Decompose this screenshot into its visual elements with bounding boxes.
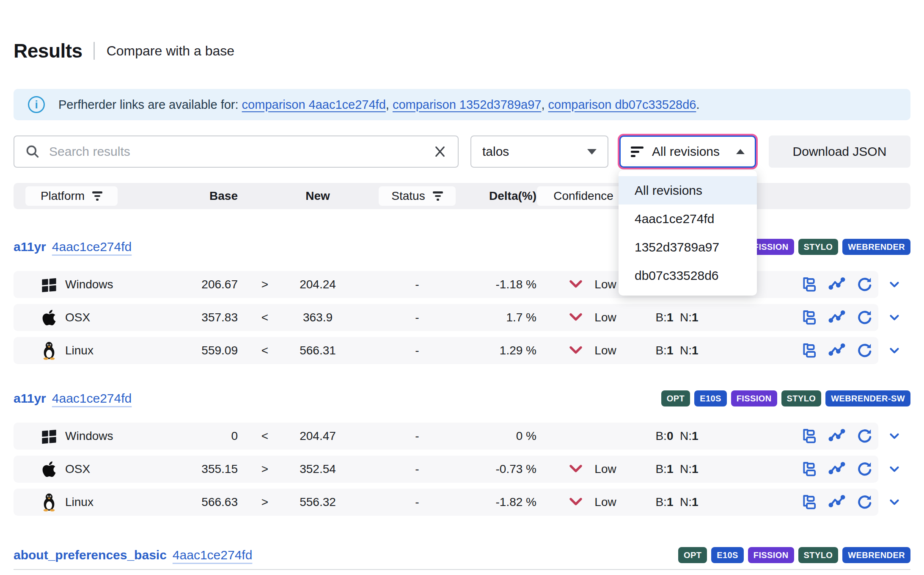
new-value: 204.47 <box>292 429 344 443</box>
expand-row-icon[interactable] <box>878 310 910 325</box>
delta-value: 1.29 % <box>491 344 536 357</box>
graph-icon[interactable] <box>828 494 845 511</box>
status-value: - <box>344 495 491 509</box>
confidence-label: Low <box>594 495 616 509</box>
comparison-sign: > <box>238 278 292 291</box>
download-json-button[interactable]: Download JSON <box>769 135 910 168</box>
subtests-icon[interactable] <box>800 428 817 445</box>
base-value: 206.67 <box>174 278 238 291</box>
filter-icon <box>631 147 644 157</box>
subtests-icon[interactable] <box>800 309 817 326</box>
controls-row: talos All revisions All revisions4aac1ce… <box>14 135 910 168</box>
runs-count: B:1 N:1 <box>648 344 706 357</box>
retrigger-icon[interactable] <box>856 276 873 293</box>
delta-value: -1.82 % <box>491 495 536 509</box>
comparison-link[interactable]: comparison 4aac1ce274fd <box>242 98 386 111</box>
test-tag: WEBRENDER <box>842 239 910 255</box>
comparison-link[interactable]: comparison db07c33528d6 <box>548 98 696 111</box>
search-input[interactable] <box>49 144 433 159</box>
revisions-menu-item[interactable]: db07c33528d6 <box>619 261 757 290</box>
page-header: Results Compare with a base <box>14 39 910 63</box>
test-tag: E10S <box>694 390 727 406</box>
section-title: a11yr 4aac1ce274fd <box>14 240 132 254</box>
perfherder-links-banner: i Perfherder links are available for: co… <box>14 89 910 120</box>
framework-select[interactable]: talos <box>470 135 608 168</box>
retrigger-icon[interactable] <box>856 342 873 359</box>
tag-list: OPTE10SFISSIONSTYLOWEBRENDER-SW <box>661 390 910 406</box>
expand-row-icon[interactable] <box>878 343 910 358</box>
confidence-down-arrow-icon <box>568 463 583 475</box>
test-tag: WEBRENDER-SW <box>825 390 910 406</box>
subtests-icon[interactable] <box>800 342 817 359</box>
section-title: about_preferences_basic 4aac1ce274fd <box>14 548 252 562</box>
platform-filter-button[interactable]: Platform <box>25 186 118 206</box>
base-value: 566.63 <box>174 495 238 509</box>
comparison-sign: < <box>238 429 292 443</box>
clear-search-icon[interactable] <box>433 145 447 158</box>
banner-text: Perfherder links are available for: comp… <box>58 98 699 112</box>
page-subtitle: Compare with a base <box>107 43 234 59</box>
filter-icon <box>92 191 102 201</box>
comparison-sign: < <box>238 311 292 324</box>
confidence-label: Low <box>594 311 616 324</box>
base-value: 357.83 <box>174 311 238 324</box>
test-name-link[interactable]: a11yr <box>14 391 46 406</box>
platform-label: Windows <box>65 429 113 443</box>
comparison-sign: < <box>238 344 292 357</box>
delta-value: 1.7 % <box>491 311 536 324</box>
search-icon <box>25 144 40 159</box>
status-filter-button[interactable]: Status <box>379 186 456 206</box>
subtests-icon[interactable] <box>800 276 817 293</box>
expand-row-icon[interactable] <box>878 462 910 476</box>
chevron-down-icon <box>587 149 597 155</box>
status-column-label: Status <box>391 189 425 203</box>
subtests-icon[interactable] <box>800 494 817 511</box>
test-tag: STYLO <box>798 239 839 255</box>
test-name-link[interactable]: a11yr <box>14 240 46 254</box>
graph-icon[interactable] <box>828 428 845 445</box>
section-title: a11yr 4aac1ce274fd <box>14 391 132 406</box>
test-tag: E10S <box>711 547 744 563</box>
status-value: - <box>344 278 491 291</box>
base-column-label: Base <box>174 189 238 203</box>
result-row: Windows 0 < 204.47 - 0 % B:0 N:1 <box>14 423 910 450</box>
new-value: 352.54 <box>292 462 344 476</box>
expand-row-icon[interactable] <box>878 277 910 292</box>
subtests-icon[interactable] <box>800 461 817 478</box>
revisions-button-label: All revisions <box>652 144 736 159</box>
runs-count: B:0 N:1 <box>648 429 706 443</box>
runs-count: B:1 N:1 <box>648 311 706 324</box>
graph-icon[interactable] <box>828 342 845 359</box>
test-tag: FISSION <box>748 547 794 563</box>
comparison-link[interactable]: comparison 1352d3789a97 <box>393 98 542 111</box>
delta-value: 0 % <box>491 429 536 443</box>
revision-link[interactable]: 4aac1ce274fd <box>173 548 253 562</box>
delta-value: -1.18 % <box>491 278 536 291</box>
retrigger-icon[interactable] <box>856 494 873 511</box>
result-row: Linux 559.09 < 566.31 - 1.29 % Low B:1 N… <box>14 337 910 364</box>
new-value: 363.9 <box>292 311 344 324</box>
revisions-menu-item[interactable]: 1352d3789a97 <box>619 233 757 261</box>
retrigger-icon[interactable] <box>856 461 873 478</box>
test-name-link[interactable]: about_preferences_basic <box>14 548 167 562</box>
platform-label: Windows <box>65 278 113 291</box>
expand-row-icon[interactable] <box>878 429 910 443</box>
revision-link[interactable]: 4aac1ce274fd <box>52 391 132 406</box>
retrigger-icon[interactable] <box>856 428 873 445</box>
graph-icon[interactable] <box>828 461 845 478</box>
revisions-menu-item[interactable]: 4aac1ce274fd <box>619 205 757 233</box>
delta-column-label: Delta(%) <box>491 189 536 203</box>
graph-icon[interactable] <box>828 276 845 293</box>
confidence-down-arrow-icon <box>568 311 583 324</box>
retrigger-icon[interactable] <box>856 309 873 326</box>
revisions-filter-button[interactable]: All revisions <box>619 135 756 168</box>
platform-label: OSX <box>65 462 90 476</box>
revisions-menu-item[interactable]: All revisions <box>619 176 757 205</box>
test-tag: STYLO <box>798 547 839 563</box>
linux-icon <box>40 341 58 360</box>
revision-link[interactable]: 4aac1ce274fd <box>52 240 132 254</box>
runs-count: B:1 N:1 <box>648 495 706 509</box>
windows-icon <box>40 275 58 294</box>
expand-row-icon[interactable] <box>878 495 910 509</box>
graph-icon[interactable] <box>828 309 845 326</box>
